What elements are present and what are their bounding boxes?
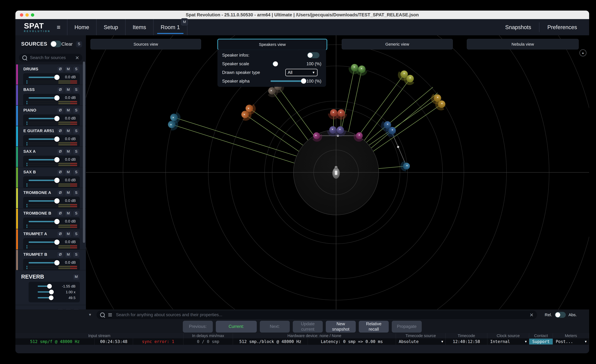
sources-search[interactable]: Search for sources ×	[19, 54, 82, 62]
clear-label[interactable]: Clear	[61, 41, 73, 47]
update-current-button[interactable]: Update current	[293, 321, 323, 333]
source-track-trombone-b[interactable]: TROMBONE BØMS0.0 dB	[15, 209, 86, 229]
track-mute-button[interactable]: M	[65, 148, 72, 154]
speaker-scale-slider[interactable]	[273, 61, 278, 66]
track-phase-button[interactable]: Ø	[57, 210, 64, 216]
track-mute-button[interactable]: M	[65, 128, 72, 134]
nav-item-setup[interactable]: Setup	[96, 19, 125, 35]
tab-sources-view[interactable]: Sources view	[90, 39, 201, 50]
collapse-panel-button[interactable]: ▲	[580, 50, 586, 56]
track-solo-button[interactable]: S	[73, 251, 80, 258]
track-phase-button[interactable]: Ø	[57, 231, 64, 237]
nav-item-room-1[interactable]: Room 1M	[153, 19, 187, 35]
track-gain-slider[interactable]: 0.0 dB	[25, 239, 78, 245]
track-mute-button[interactable]: M	[65, 251, 72, 258]
track-phase-button[interactable]: Ø	[57, 66, 64, 72]
output-phase-button[interactable]: Ø	[57, 308, 64, 309]
track-mute-button[interactable]: M	[65, 169, 72, 175]
speaker-alpha-slider[interactable]	[270, 80, 304, 82]
track-phase-button[interactable]: Ø	[57, 148, 64, 154]
expand-triangle-icon[interactable]: ▼	[88, 313, 92, 317]
sidebar-scrollbar[interactable]	[83, 62, 85, 243]
tab-nebula-view[interactable]: Nebula view	[467, 39, 579, 50]
track-mute-button[interactable]: M	[65, 189, 72, 196]
source-track-trumpet-a[interactable]: TRUMPET AØMS0.0 dB	[15, 229, 86, 249]
speakers-view-canvas[interactable]: Sources viewSpeakers viewGeneric viewNeb…	[86, 35, 589, 309]
zoom-window-icon[interactable]	[31, 13, 34, 17]
track-gain-slider[interactable]: 0.0 dB	[25, 260, 78, 266]
track-gain-slider[interactable]: 0.0 dB	[25, 136, 78, 142]
new-snapshot-button[interactable]: New snapshot	[326, 321, 356, 333]
track-phase-button[interactable]: Ø	[57, 189, 64, 196]
track-gain-slider[interactable]: 0.0 dB	[25, 198, 78, 204]
source-track-trombone-a[interactable]: TROMBONE AØMS0.0 dB	[15, 188, 86, 208]
track-gain-slider[interactable]: 0.0 dB	[25, 116, 78, 122]
nav-item-preferences[interactable]: Preferences	[539, 22, 585, 32]
source-track-e-guitar-ar51[interactable]: E GUITAR AR51ØMS0.0 dB	[15, 126, 86, 146]
previous-snapshot-button[interactable]: Previous:	[183, 321, 213, 333]
hamburger-menu-icon[interactable]: ≡	[57, 23, 60, 31]
source-track-bass[interactable]: BASSØMS0.0 dB	[15, 85, 86, 105]
track-gain-slider[interactable]: 0.0 dB	[25, 74, 78, 80]
track-phase-button[interactable]: Ø	[57, 251, 64, 258]
global-search-input[interactable]: Search for anything about sources and th…	[97, 311, 537, 319]
track-phase-button[interactable]: Ø	[57, 169, 64, 175]
track-phase-button[interactable]: Ø	[57, 107, 64, 113]
reverb-param-slider-2[interactable]: 49.5	[31, 295, 78, 301]
status-value[interactable]: Support	[529, 338, 553, 345]
output-solo-button[interactable]: S	[73, 308, 80, 309]
track-solo-button[interactable]: S	[73, 148, 80, 154]
current-snapshot-button[interactable]: Current:	[216, 321, 257, 333]
relative-recall-button[interactable]: Relative recall	[359, 321, 389, 333]
minimize-window-icon[interactable]	[25, 13, 29, 17]
track-solo-button[interactable]: S	[73, 128, 80, 134]
source-track-sax-a[interactable]: SAX AØMS0.0 dB	[15, 147, 86, 167]
filter-list-icon[interactable]	[108, 313, 112, 316]
track-solo-button[interactable]: S	[73, 210, 80, 216]
source-track-drums[interactable]: DRUMSØMS0.0 dB	[15, 65, 86, 85]
sources-toggle[interactable]	[50, 41, 61, 47]
track-solo-button[interactable]: S	[73, 189, 80, 196]
propagate-button[interactable]: Propagate	[392, 321, 422, 333]
nav-item-snapshots[interactable]: Snapshots	[497, 22, 539, 32]
track-gain-slider[interactable]: 0.0 dB	[25, 177, 78, 183]
reverb-mute-button[interactable]: M	[73, 273, 80, 280]
tab-speakers-view[interactable]: Speakers view	[217, 39, 327, 50]
drawn-speaker-type-dropdown[interactable]: All ▼	[285, 69, 318, 76]
track-mute-button[interactable]: M	[65, 66, 72, 72]
status-value[interactable]: Internal▼	[487, 338, 529, 345]
speaker-infos-toggle[interactable]	[307, 52, 320, 58]
source-track-trumpet-b[interactable]: TRUMPET BØMS0.0 dB	[15, 250, 86, 270]
track-solo-button[interactable]: S	[73, 66, 80, 72]
track-solo-button[interactable]: S	[73, 86, 80, 93]
track-mute-button[interactable]: M	[65, 107, 72, 113]
reverb-param-slider-1[interactable]: 1.00 x	[31, 289, 78, 295]
output-mute-button[interactable]: M	[65, 308, 72, 309]
tab-generic-view[interactable]: Generic view	[342, 39, 453, 50]
solo-clear-button[interactable]: S	[76, 41, 82, 47]
track-mute-button[interactable]: M	[65, 210, 72, 216]
rel-abs-toggle[interactable]	[555, 312, 566, 318]
track-solo-button[interactable]: S	[73, 231, 80, 237]
track-phase-button[interactable]: Ø	[57, 86, 64, 93]
close-window-icon[interactable]	[20, 13, 23, 17]
track-gain-slider[interactable]: 0.0 dB	[25, 157, 78, 163]
track-gain-slider[interactable]: 0.0 dB	[25, 218, 78, 225]
reverb-param-slider-0[interactable]: -1.55 dB	[31, 283, 78, 289]
support-button[interactable]: Support	[529, 339, 553, 344]
status-value[interactable]: Post...▼	[553, 338, 589, 345]
track-mute-button[interactable]: M	[65, 86, 72, 93]
status-value[interactable]: Absolute▼	[396, 338, 446, 345]
track-mute-button[interactable]: M	[65, 231, 72, 237]
source-track-piano[interactable]: PIANOØMS0.0 dB	[15, 106, 86, 126]
next-snapshot-button[interactable]: Next:	[260, 321, 290, 333]
clear-global-search-icon[interactable]: ×	[530, 312, 533, 318]
nav-item-items[interactable]: Items	[125, 19, 153, 35]
track-phase-button[interactable]: Ø	[57, 128, 64, 134]
nav-item-home[interactable]: Home	[67, 19, 96, 35]
track-solo-button[interactable]: S	[73, 169, 80, 175]
clear-search-icon[interactable]: ×	[75, 55, 79, 61]
source-track-sax-b[interactable]: SAX BØMS0.0 dB	[15, 167, 86, 188]
track-gain-slider[interactable]: 0.0 dB	[25, 95, 78, 101]
track-solo-button[interactable]: S	[73, 107, 80, 113]
